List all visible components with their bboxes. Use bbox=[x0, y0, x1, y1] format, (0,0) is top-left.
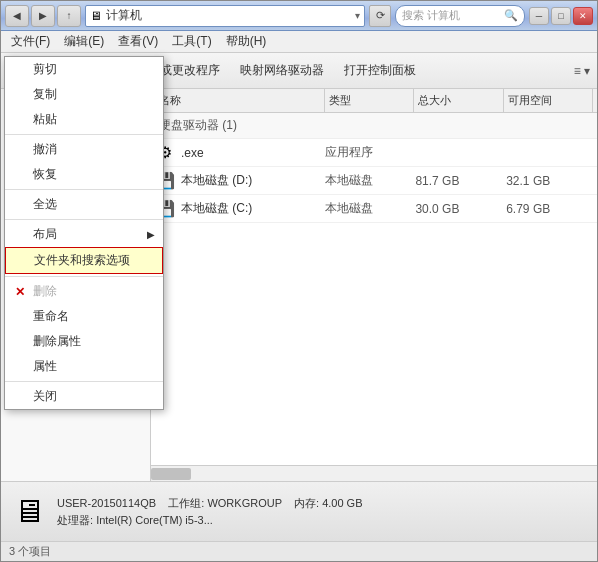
status-line-2: 处理器: Intel(R) Core(TM) i5-3... bbox=[57, 513, 589, 528]
back-button[interactable]: ◀ bbox=[5, 5, 29, 27]
separator-2 bbox=[5, 189, 163, 190]
col-header-type[interactable]: 类型 bbox=[325, 89, 414, 112]
file-name-cell: ⚙ .exe bbox=[155, 139, 321, 167]
status-info: USER-20150114QB 工作组: WORKGROUP 内存: 4.00 … bbox=[57, 496, 589, 528]
menu-tools[interactable]: 工具(T) bbox=[166, 31, 217, 52]
menu-redo[interactable]: 恢复 bbox=[5, 162, 163, 187]
refresh-button[interactable]: ⟳ bbox=[369, 5, 391, 27]
address-bar-area: ◀ ▶ ↑ 🖥 计算机 ▾ ⟳ 搜索 计算机 🔍 bbox=[5, 5, 525, 27]
nav-buttons: ◀ ▶ ↑ bbox=[5, 5, 81, 27]
search-box[interactable]: 搜索 计算机 🔍 bbox=[395, 5, 525, 27]
menu-edit[interactable]: 编辑(E) bbox=[58, 31, 110, 52]
table-row[interactable]: ⚙ .exe 应用程序 bbox=[151, 139, 597, 167]
redo-label: 恢复 bbox=[33, 166, 57, 183]
address-icon: 🖥 bbox=[90, 9, 102, 23]
drive-d-type-cell: 本地磁盘 bbox=[321, 172, 412, 189]
organize-dropdown-menu: 剪切 复制 粘贴 撤消 恢复 全选 布局 ▶ bbox=[4, 56, 164, 410]
workgroup-value: WORKGROUP bbox=[207, 497, 281, 509]
menu-layout[interactable]: 布局 ▶ bbox=[5, 222, 163, 247]
col-header-free[interactable]: 可用空间 bbox=[504, 89, 593, 112]
bottom-strip: 3 个项目 bbox=[1, 541, 597, 561]
toolbar-right: ≡ ▾ bbox=[571, 60, 593, 82]
col-header-size[interactable]: 总大小 bbox=[414, 89, 503, 112]
address-box[interactable]: 🖥 计算机 ▾ bbox=[85, 5, 365, 27]
exe-file-name: .exe bbox=[181, 146, 204, 160]
status-bar: 🖥 USER-20150114QB 工作组: WORKGROUP 内存: 4.0… bbox=[1, 481, 597, 541]
menu-bar: 文件(F) 编辑(E) 查看(V) 工具(T) 帮助(H) bbox=[1, 31, 597, 53]
menu-folder-options[interactable]: 文件夹和搜索选项 bbox=[5, 247, 163, 274]
menu-file[interactable]: 文件(F) bbox=[5, 31, 56, 52]
delete-label: 删除 bbox=[33, 283, 57, 300]
delete-props-label: 删除属性 bbox=[33, 333, 81, 350]
table-row[interactable]: 💾 本地磁盘 (C:) 本地磁盘 30.0 GB 6.79 GB bbox=[151, 195, 597, 223]
window-controls: ─ □ ✕ bbox=[529, 7, 593, 25]
search-placeholder: 搜索 计算机 bbox=[402, 8, 500, 23]
menu-undo[interactable]: 撤消 bbox=[5, 137, 163, 162]
cut-label: 剪切 bbox=[33, 61, 57, 78]
menu-delete-props[interactable]: 删除属性 bbox=[5, 329, 163, 354]
properties-label: 属性 bbox=[33, 358, 57, 375]
close-label: 关闭 bbox=[33, 388, 57, 405]
selectall-label: 全选 bbox=[33, 196, 57, 213]
layout-arrow-icon: ▶ bbox=[147, 229, 155, 240]
forward-button[interactable]: ▶ bbox=[31, 5, 55, 27]
menu-help[interactable]: 帮助(H) bbox=[220, 31, 273, 52]
close-button[interactable]: ✕ bbox=[573, 7, 593, 25]
paste-label: 粘贴 bbox=[33, 111, 57, 128]
processor-value: Intel(R) Core(TM) i5-3... bbox=[96, 514, 213, 526]
file-list: 名称 类型 总大小 可用空间 硬盘驱动器 (1) ⚙ .exe 应用程序 bbox=[151, 89, 597, 481]
maximize-button[interactable]: □ bbox=[551, 7, 571, 25]
menu-selectall[interactable]: 全选 bbox=[5, 192, 163, 217]
drive-c-free-cell: 6.79 GB bbox=[502, 202, 593, 216]
memory-label: 内存: bbox=[294, 497, 319, 509]
menu-cut[interactable]: 剪切 bbox=[5, 57, 163, 82]
separator-4 bbox=[5, 276, 163, 277]
title-bar: ◀ ▶ ↑ 🖥 计算机 ▾ ⟳ 搜索 计算机 🔍 ─ □ ✕ bbox=[1, 1, 597, 31]
up-button[interactable]: ↑ bbox=[57, 5, 81, 27]
drive-c-type-cell: 本地磁盘 bbox=[321, 200, 412, 217]
folder-options-label: 文件夹和搜索选项 bbox=[34, 252, 130, 269]
item-count: 3 个项目 bbox=[9, 544, 51, 559]
menu-properties[interactable]: 属性 bbox=[5, 354, 163, 379]
menu-delete: ✕ 删除 bbox=[5, 279, 163, 304]
minimize-button[interactable]: ─ bbox=[529, 7, 549, 25]
delete-x-icon: ✕ bbox=[13, 285, 27, 299]
horizontal-scrollbar[interactable] bbox=[151, 465, 597, 481]
open-control-panel-button[interactable]: 打开控制面板 bbox=[336, 57, 424, 85]
separator-5 bbox=[5, 381, 163, 382]
address-text: 计算机 bbox=[106, 7, 351, 24]
layout-label: 布局 bbox=[33, 226, 57, 243]
drive-c-name: 本地磁盘 (C:) bbox=[181, 200, 252, 217]
status-line-1: USER-20150114QB 工作组: WORKGROUP 内存: 4.00 … bbox=[57, 496, 589, 511]
drive-c-size-cell: 30.0 GB bbox=[411, 202, 502, 216]
workgroup-label: 工作组: bbox=[168, 497, 204, 509]
search-icon: 🔍 bbox=[504, 9, 518, 22]
drive-d-size-cell: 81.7 GB bbox=[411, 174, 502, 188]
drive-d-free-cell: 32.1 GB bbox=[502, 174, 593, 188]
pc-name: USER-20150114QB bbox=[57, 497, 156, 509]
address-dropdown-icon: ▾ bbox=[355, 10, 360, 21]
file-list-body: 硬盘驱动器 (1) ⚙ .exe 应用程序 💾 本地磁盘 (D:) bbox=[151, 113, 597, 465]
view-options-button[interactable]: ≡ ▾ bbox=[571, 60, 593, 82]
menu-view[interactable]: 查看(V) bbox=[112, 31, 164, 52]
rename-label: 重命名 bbox=[33, 308, 69, 325]
processor-label: 处理器: bbox=[57, 514, 93, 526]
section-label: 硬盘驱动器 (1) bbox=[151, 113, 597, 139]
scrollbar-track bbox=[151, 466, 597, 481]
drive-d-name: 本地磁盘 (D:) bbox=[181, 172, 252, 189]
map-network-button[interactable]: 映射网络驱动器 bbox=[232, 57, 332, 85]
memory-value: 4.00 GB bbox=[322, 497, 362, 509]
copy-label: 复制 bbox=[33, 86, 57, 103]
file-list-header: 名称 类型 总大小 可用空间 bbox=[151, 89, 597, 113]
menu-rename[interactable]: 重命名 bbox=[5, 304, 163, 329]
menu-copy[interactable]: 复制 bbox=[5, 82, 163, 107]
menu-paste[interactable]: 粘贴 bbox=[5, 107, 163, 132]
scrollbar-thumb[interactable] bbox=[151, 468, 191, 480]
menu-close[interactable]: 关闭 bbox=[5, 384, 163, 409]
table-row[interactable]: 💾 本地磁盘 (D:) 本地磁盘 81.7 GB 32.1 GB bbox=[151, 167, 597, 195]
undo-label: 撤消 bbox=[33, 141, 57, 158]
col-header-name[interactable]: 名称 bbox=[155, 89, 325, 112]
drive-c-name-cell: 💾 本地磁盘 (C:) bbox=[155, 195, 321, 223]
separator-1 bbox=[5, 134, 163, 135]
drive-d-name-cell: 💾 本地磁盘 (D:) bbox=[155, 167, 321, 195]
